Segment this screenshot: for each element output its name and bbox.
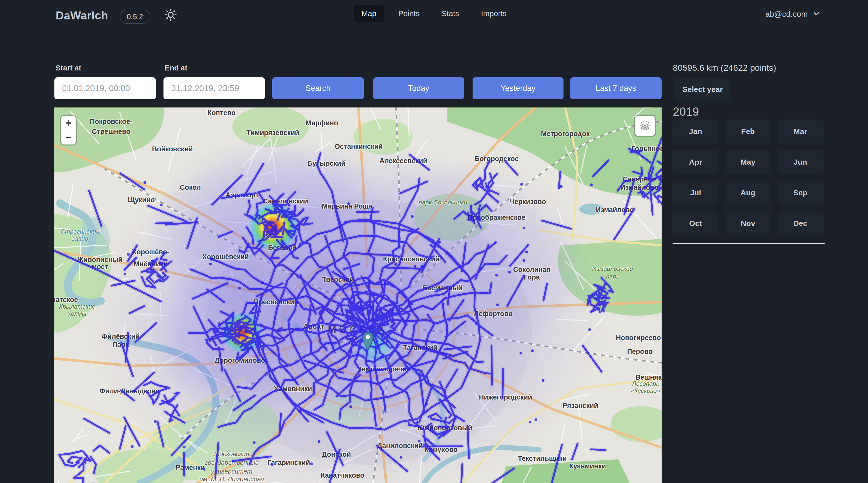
month-button-sep[interactable]: Sep xyxy=(777,181,824,205)
month-button-aug[interactable]: Aug xyxy=(725,181,771,205)
svg-text:Метрогородок: Метрогородок xyxy=(541,130,590,138)
svg-text:Лесопарк: Лесопарк xyxy=(631,380,659,387)
sun-icon xyxy=(164,8,177,23)
select-year-button[interactable]: Select year xyxy=(674,77,731,101)
start-at-label: Start at xyxy=(56,64,81,72)
today-button[interactable]: Today xyxy=(373,77,464,99)
app-logo: DaWarIch xyxy=(56,9,108,22)
svg-text:парк Сокольники: парк Сокольники xyxy=(419,199,467,206)
svg-text:залив: залив xyxy=(71,235,88,242)
month-button-jun[interactable]: Jun xyxy=(777,150,824,174)
svg-text:Гора: Гора xyxy=(524,273,540,281)
tab-stats[interactable]: Stats xyxy=(434,5,467,23)
last-7-days-button[interactable]: Last 7 days xyxy=(570,77,661,99)
svg-text:Марьина Роща: Марьина Роща xyxy=(322,202,373,210)
user-email: ab@cd.com xyxy=(765,10,808,19)
version-badge: 0.5.2 xyxy=(120,10,151,24)
layers-control[interactable] xyxy=(635,116,655,136)
tab-map[interactable]: Map xyxy=(354,5,384,23)
month-button-dec[interactable]: Dec xyxy=(777,212,824,235)
layers-icon xyxy=(638,119,652,133)
svg-text:Тимирязевский: Тимирязевский xyxy=(247,129,299,136)
svg-text:Рязанский: Рязанский xyxy=(562,402,598,410)
svg-text:Щукино: Щукино xyxy=(128,196,155,204)
zoom-in-button[interactable]: + xyxy=(61,116,75,130)
svg-text:Сокол: Сокол xyxy=(180,184,201,191)
svg-text:Богородское: Богородское xyxy=(475,155,519,163)
svg-text:Войковский: Войковский xyxy=(152,145,193,153)
svg-text:Гагаринский: Гагаринский xyxy=(267,459,310,466)
svg-text:Соколиная: Соколиная xyxy=(513,266,551,273)
user-menu[interactable]: ab@cd.com xyxy=(765,10,820,19)
month-button-jan[interactable]: Jan xyxy=(672,120,719,143)
search-button[interactable]: Search xyxy=(272,77,364,99)
month-button-nov[interactable]: Nov xyxy=(725,212,771,235)
svg-text:Стрешнево: Стрешнево xyxy=(92,128,130,135)
end-at-label: End at xyxy=(165,64,187,72)
svg-text:Бутырский: Бутырский xyxy=(308,160,346,167)
svg-text:Коптево: Коптево xyxy=(208,109,236,117)
start-date-input[interactable] xyxy=(54,77,156,99)
svg-text:Марфино: Марфино xyxy=(306,119,338,127)
month-button-oct[interactable]: Oct xyxy=(672,212,719,235)
svg-text:Лефортово: Лефортово xyxy=(474,310,513,318)
svg-text:Измайловский: Измайловский xyxy=(592,265,633,272)
svg-text:«Кусково»: «Кусково» xyxy=(631,387,660,394)
svg-text:Раменки: Раменки xyxy=(176,464,205,472)
zoom-out-button[interactable]: − xyxy=(61,130,75,144)
svg-text:Кузьминки: Кузьминки xyxy=(569,462,606,470)
month-grid: Jan Feb Mar Apr May Jun Jul Aug Sep Oct … xyxy=(672,120,824,235)
month-button-feb[interactable]: Feb xyxy=(725,120,771,143)
month-button-jul[interactable]: Jul xyxy=(672,181,719,205)
end-date-input[interactable] xyxy=(163,77,265,99)
sidebar-divider xyxy=(673,243,825,244)
month-button-mar[interactable]: Mar xyxy=(777,120,824,143)
month-button-may[interactable]: May xyxy=(725,150,771,174)
svg-text:Покровское-: Покровское- xyxy=(90,118,132,125)
distance-summary: 80595.6 km (24622 points) xyxy=(673,63,776,73)
svg-text:им. М. В. Ломоносова: им. М. В. Ломоносова xyxy=(199,475,264,482)
svg-text:Крылатское: Крылатское xyxy=(54,296,78,303)
chevron-down-icon xyxy=(812,10,820,19)
main-nav-tabs: Map Points Stats Imports xyxy=(354,5,514,23)
svg-text:Новогиреево: Новогиреево xyxy=(616,334,661,342)
month-button-apr[interactable]: Apr xyxy=(672,150,719,174)
theme-toggle-button[interactable] xyxy=(164,9,177,22)
svg-text:Канатчиково: Канатчиково xyxy=(320,472,364,479)
svg-text:Филёвский: Филёвский xyxy=(101,333,140,340)
svg-text:Останкинский: Останкинский xyxy=(335,143,383,150)
svg-text:холмы: холмы xyxy=(68,310,87,317)
zoom-control: + − xyxy=(61,116,75,144)
svg-text:Крылатские: Крылатские xyxy=(59,303,95,310)
tab-imports[interactable]: Imports xyxy=(473,5,514,23)
map[interactable]: Покровское-СтрешневоКоптевоТимирязевский… xyxy=(54,107,661,483)
yesterday-button[interactable]: Yesterday xyxy=(472,77,563,99)
svg-text:Нижегородский: Нижегородский xyxy=(479,393,532,401)
svg-text:Строгинский: Строгинский xyxy=(61,228,99,235)
svg-text:Черкизово: Черкизово xyxy=(509,198,546,205)
svg-text:парк: парк xyxy=(606,273,619,280)
svg-text:Даниловский: Даниловский xyxy=(377,442,423,450)
year-heading: 2019 xyxy=(673,105,699,119)
tab-points[interactable]: Points xyxy=(391,5,427,23)
svg-text:Перово: Перово xyxy=(627,348,653,355)
